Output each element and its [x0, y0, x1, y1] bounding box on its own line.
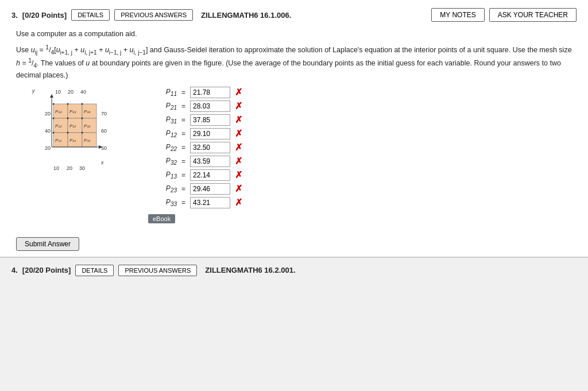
label-p13: P₁₃ — [55, 109, 62, 114]
equals-7: = — [181, 171, 185, 179]
input-p22[interactable] — [190, 142, 230, 153]
equals-6: = — [181, 157, 185, 165]
question-3-number: 3. — [11, 11, 18, 20]
ebook-button[interactable]: eBook — [148, 214, 175, 223]
answer-row-p22: P22 = ✗ — [148, 142, 577, 153]
dot-1 — [53, 103, 55, 104]
dot-6 — [82, 117, 83, 119]
answer-row-p23: P23 = ✗ — [148, 183, 577, 195]
grid-figure: 10 20 40 y 20 40 20 70 60 50 — [16, 87, 137, 228]
equals-1: = — [181, 88, 185, 96]
dot-9 — [82, 131, 83, 133]
question-3-block: 3. [0/20 Points] DETAILS PREVIOUS ANSWER… — [0, 0, 588, 257]
bottom-label-3: 30 — [79, 165, 85, 171]
equals-9: = — [181, 199, 185, 207]
input-p12[interactable] — [190, 128, 230, 140]
label-p13-text: P13 — [148, 171, 177, 180]
dot-5 — [67, 117, 69, 119]
input-p11[interactable] — [190, 87, 230, 98]
label-p23: P₂₃ — [69, 109, 76, 114]
xmark-p12: ✗ — [235, 128, 242, 139]
label-p22-text: P22 — [148, 143, 177, 152]
answer-row-p12: P12 = ✗ — [148, 128, 577, 140]
left-label-2: 40 — [45, 128, 51, 134]
xmark-p32: ✗ — [235, 156, 242, 167]
dot-4 — [53, 117, 55, 119]
answer-row-p11: P11 = ✗ — [148, 87, 577, 98]
left-label-1: 20 — [45, 111, 51, 117]
q4-details-button[interactable]: DETAILS — [75, 265, 114, 276]
label-p33: P₃₃ — [84, 109, 91, 114]
page: 3. [0/20 Points] DETAILS PREVIOUS ANSWER… — [0, 0, 588, 391]
bottom-label-1: 10 — [53, 165, 59, 171]
label-p21-text: P21 — [148, 102, 177, 111]
label-p32-text: P32 — [148, 157, 177, 166]
dot-7 — [53, 131, 55, 133]
answer-row-p31: P31 = ✗ — [148, 114, 577, 126]
equals-4: = — [181, 130, 185, 138]
equals-5: = — [181, 144, 185, 152]
top-label-3: 40 — [80, 89, 86, 95]
xmark-p31: ✗ — [235, 114, 242, 125]
left-label-3: 20 — [45, 145, 51, 151]
label-p12-text: P12 — [148, 129, 177, 138]
label-p33-text: P33 — [148, 198, 177, 207]
label-p11: P₁₁ — [55, 138, 61, 143]
right-label-2: 60 — [101, 128, 107, 134]
label-p11-text: P11 — [148, 88, 177, 97]
question-4-number: 4. — [11, 266, 18, 274]
bottom-label-2: 20 — [67, 165, 72, 171]
answers-section: P11 = ✗ P21 = ✗ P31 = — [148, 87, 577, 228]
answer-row-p32: P32 = ✗ — [148, 156, 577, 167]
question-4-points: [20/20 Points] — [22, 266, 71, 274]
instruction2: Use uij = 1/4[ui+1, j + ui, j+1 + ui−1, … — [16, 43, 577, 81]
instruction1: Use a computer as a computation aid. — [16, 29, 577, 40]
label-p23-text: P23 — [148, 184, 177, 193]
details-button[interactable]: DETAILS — [71, 9, 110, 21]
question-body: Use a computer as a computation aid. Use… — [11, 29, 577, 251]
content-area: 10 20 40 y 20 40 20 70 60 50 — [16, 87, 577, 228]
xmark-p11: ✗ — [235, 87, 242, 98]
dot-8 — [67, 131, 69, 133]
label-p21: P₂₁ — [69, 138, 76, 143]
my-notes-button[interactable]: MY NOTES — [431, 8, 484, 22]
input-p23[interactable] — [190, 183, 230, 195]
xmark-p21: ✗ — [235, 100, 242, 111]
label-p31-text: P31 — [148, 115, 177, 125]
ask-teacher-button[interactable]: ASK YOUR TEACHER — [489, 8, 577, 22]
right-label-3: 50 — [101, 145, 107, 151]
question-4-block: 4. [20/20 Points] DETAILS PREVIOUS ANSWE… — [0, 257, 588, 283]
input-p31[interactable] — [190, 114, 230, 126]
grid-svg: 10 20 40 y 20 40 20 70 60 50 — [16, 87, 137, 193]
label-p31: P₃₁ — [84, 138, 90, 143]
right-label-1: 70 — [101, 111, 107, 117]
course-code: ZILLENGMATH6 16.1.006. — [201, 11, 291, 20]
ebook-container: eBook — [148, 211, 577, 228]
equals-8: = — [181, 185, 185, 193]
label-p22: P₂₂ — [69, 123, 76, 129]
answer-row-p21: P21 = ✗ — [148, 100, 577, 112]
input-p33[interactable] — [190, 197, 230, 208]
label-p32: P₃₂ — [84, 123, 91, 129]
input-p13[interactable] — [190, 169, 230, 181]
xmark-p22: ✗ — [235, 142, 242, 153]
y-axis-label: y — [32, 88, 35, 94]
dot-3 — [82, 103, 83, 104]
top-label-2: 20 — [68, 89, 74, 95]
answer-row-p13: P13 = ✗ — [148, 169, 577, 181]
submit-button[interactable]: Submit Answer — [16, 237, 79, 251]
input-p21[interactable] — [190, 100, 230, 112]
q4-course-code: ZILLENGMATH6 16.2.001. — [205, 266, 295, 274]
y-arrow — [50, 94, 53, 98]
q4-previous-answers-button[interactable]: PREVIOUS ANSWERS — [118, 265, 197, 276]
xmark-p23: ✗ — [235, 183, 242, 194]
submit-area: Submit Answer — [16, 233, 577, 251]
input-p32[interactable] — [190, 156, 230, 167]
question-3-points: [0/20 Points] — [22, 11, 67, 20]
xmark-p33: ✗ — [235, 197, 242, 208]
x-axis-label: x — [100, 160, 104, 165]
dot-2 — [67, 103, 69, 104]
answer-row-p33: P33 = ✗ — [148, 197, 577, 208]
previous-answers-button[interactable]: PREVIOUS ANSWERS — [114, 9, 193, 21]
label-p12: P₁₂ — [55, 123, 62, 129]
